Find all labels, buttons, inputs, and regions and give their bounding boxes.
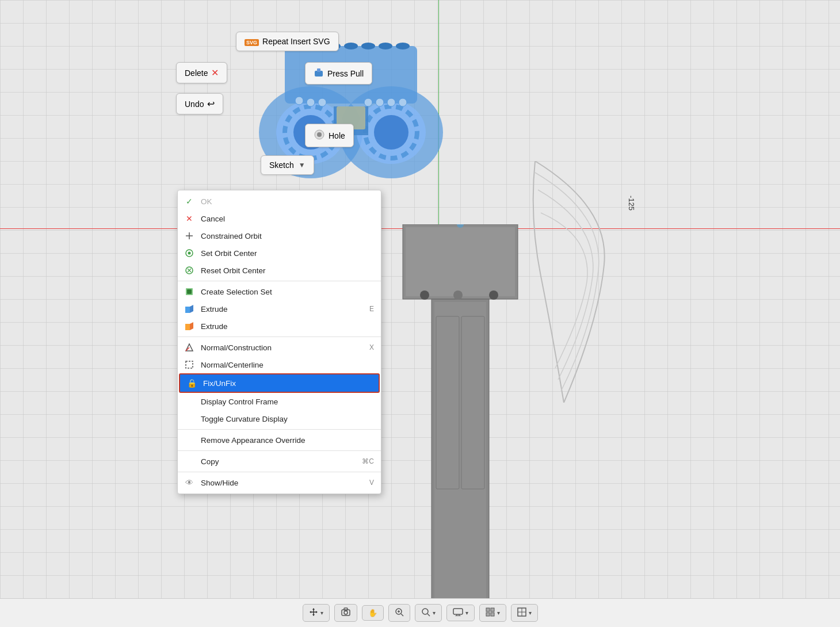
svg-point-20 (376, 98, 384, 106)
show-hide-icon: 👁 (184, 477, 195, 488)
menu-item-constrained-orbit[interactable]: Constrained Orbit (178, 227, 381, 244)
extrude2-icon (184, 320, 195, 332)
normal-construction-shortcut: X (369, 343, 374, 351)
undo-button[interactable]: Undo ↩ (176, 93, 223, 114)
svg-rect-72 (486, 608, 490, 611)
menu-copy-label: Copy (201, 457, 219, 466)
menu-item-reset-orbit-center[interactable]: Reset Orbit Center (178, 262, 381, 279)
menu-item-show-hide[interactable]: 👁 Show/Hide V (178, 474, 381, 491)
zoom-button[interactable]: ▾ (415, 604, 442, 622)
press-pull-label: Press Pull (327, 69, 364, 78)
menu-item-normal-construction[interactable]: Normal/Construction X (178, 339, 381, 356)
svg-point-38 (317, 132, 322, 137)
normal-construction-icon (184, 342, 195, 353)
press-pull-button[interactable]: Press Pull (305, 62, 372, 85)
menu-set-orbit-center-label: Set Orbit Center (201, 249, 257, 258)
move-tool-icon (309, 607, 318, 618)
press-pull-icon (314, 67, 324, 79)
svg-point-17 (307, 98, 315, 106)
svg-marker-47 (190, 305, 193, 313)
svg-point-19 (364, 98, 372, 106)
svg-point-60 (344, 611, 348, 614)
dimension-label: -125 (627, 196, 636, 211)
grid-view1-dropdown-arrow: ▾ (497, 610, 500, 616)
grid-view2-icon (517, 607, 526, 618)
svg-point-13 (361, 43, 375, 49)
menu-item-ok[interactable]: ✓ OK (178, 193, 381, 210)
svg-rect-31 (453, 290, 463, 300)
display-mode-dropdown-arrow: ▾ (465, 610, 468, 616)
camera-button[interactable] (334, 604, 357, 622)
create-selection-set-icon (184, 286, 195, 297)
svg-rect-26 (406, 227, 515, 296)
hole-button[interactable]: Hole (305, 124, 354, 147)
context-menu: ✓ OK ✕ Cancel Constrained Orbit Set Orbi… (177, 190, 381, 494)
zoom-in-icon (395, 607, 404, 618)
cancel-icon: ✕ (184, 213, 195, 224)
svg-rect-36 (317, 68, 320, 72)
grid-view-button2[interactable]: ▾ (511, 604, 538, 622)
menu-item-fix-unfix[interactable]: 🔒 Fix/UnFix (179, 373, 380, 393)
menu-item-set-orbit-center[interactable]: Set Orbit Center (178, 244, 381, 262)
menu-separator-4 (178, 450, 381, 451)
menu-create-selection-set-label: Create Selection Set (201, 288, 272, 296)
menu-constrained-orbit-label: Constrained Orbit (201, 232, 262, 240)
svg-point-14 (379, 43, 392, 49)
grid-view-button1[interactable]: ▾ (479, 604, 506, 622)
menu-ok-label: OK (201, 197, 212, 206)
menu-item-remove-appearance[interactable]: Remove Appearance Override (178, 431, 381, 449)
menu-separator-3 (178, 429, 381, 430)
menu-separator-5 (178, 472, 381, 472)
normal-centerline-icon (184, 359, 195, 370)
menu-display-control-frame-label: Display Control Frame (201, 397, 278, 406)
delete-label: Delete (185, 68, 208, 78)
remove-appearance-icon (184, 434, 195, 446)
wing-decoration (518, 161, 610, 403)
svg-rect-29 (420, 290, 429, 300)
zoom-in-button[interactable] (388, 604, 410, 622)
menu-item-extrude1[interactable]: Extrude E (178, 300, 381, 318)
svg-marker-55 (312, 608, 315, 610)
move-dropdown-arrow: ▾ (320, 610, 323, 616)
svg-rect-52 (186, 361, 193, 368)
menu-item-extrude2[interactable]: Extrude (178, 318, 381, 335)
menu-item-normal-centerline[interactable]: Normal/Centerline (178, 356, 381, 373)
show-hide-shortcut: V (369, 479, 374, 487)
svg-icon: SVG (245, 37, 259, 46)
menu-item-create-selection-set[interactable]: Create Selection Set (178, 283, 381, 300)
menu-toggle-curvature-label: Toggle Curvature Display (201, 415, 288, 423)
repeat-insert-svg-button[interactable]: SVG Repeat Insert SVG (236, 32, 339, 51)
reset-orbit-center-icon (184, 265, 195, 276)
hand-tool-icon: ✋ (368, 609, 377, 617)
menu-item-copy[interactable]: Copy ⌘C (178, 453, 381, 470)
svg-point-15 (396, 43, 410, 49)
svg-point-42 (188, 252, 191, 255)
repeat-insert-svg-label: Repeat Insert SVG (262, 37, 330, 46)
display-control-frame-icon (184, 396, 195, 407)
menu-item-toggle-curvature[interactable]: Toggle Curvature Display (178, 410, 381, 427)
menu-separator-1 (178, 281, 381, 281)
undo-label: Undo (185, 100, 204, 109)
hand-tool-button[interactable]: ✋ (362, 605, 384, 621)
grey-column-model (397, 224, 524, 627)
svg-line-63 (401, 614, 403, 616)
display-mode-button[interactable]: ▾ (446, 605, 475, 621)
menu-item-cancel[interactable]: ✕ Cancel (178, 210, 381, 227)
menu-separator-2 (178, 337, 381, 337)
svg-point-12 (344, 43, 358, 49)
svg-rect-46 (185, 307, 190, 313)
svg-rect-68 (453, 609, 463, 614)
svg-rect-61 (344, 608, 348, 610)
svg-rect-28 (434, 302, 486, 624)
constrained-orbit-icon (184, 230, 195, 242)
menu-reset-orbit-center-label: Reset Orbit Center (201, 266, 266, 275)
sketch-button[interactable]: Sketch ▼ (261, 155, 314, 175)
delete-button[interactable]: Delete ✕ (176, 62, 227, 83)
menu-item-display-control-frame[interactable]: Display Control Frame (178, 393, 381, 410)
extrude1-shortcut: E (369, 305, 374, 313)
grid-view2-dropdown-arrow: ▾ (529, 610, 532, 616)
ok-icon: ✓ (184, 196, 195, 207)
fix-unfix-icon: 🔒 (186, 377, 197, 389)
move-tool-button[interactable]: ▾ (303, 604, 330, 622)
menu-normal-centerline-label: Normal/Centerline (201, 361, 264, 369)
